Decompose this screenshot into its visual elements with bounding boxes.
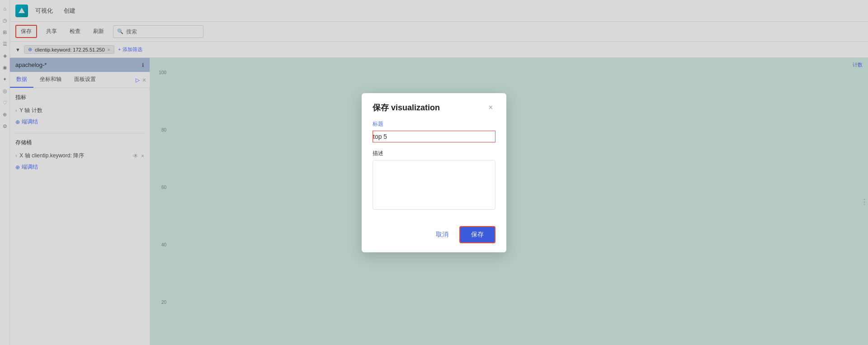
modal-close-button[interactable]: × [486,103,495,113]
desc-field-label: 描述 [373,150,495,157]
modal-footer: 取消 保存 [362,221,506,252]
save-modal: 保存 visualization × 标题 描述 取消 保存 [362,93,506,252]
save-modal-button[interactable]: 保存 [459,226,495,243]
modal-backdrop: 保存 visualization × 标题 描述 取消 保存 [0,0,868,345]
modal-body: 标题 描述 [362,120,506,221]
cancel-button[interactable]: 取消 [432,229,452,241]
modal-header: 保存 visualization × [362,93,506,120]
title-input[interactable] [373,131,495,142]
desc-textarea[interactable] [373,160,495,210]
modal-title: 保存 visualization [373,102,440,113]
title-field-label: 标题 [373,120,495,128]
